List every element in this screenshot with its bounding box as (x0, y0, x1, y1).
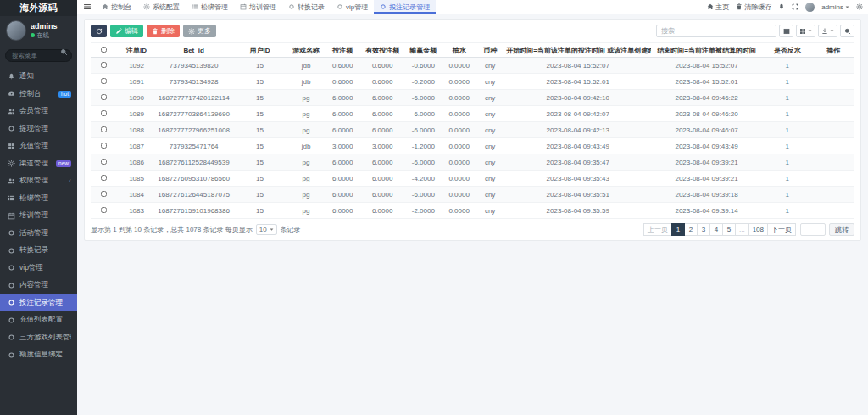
tab-6[interactable]: 投注记录管理 (374, 0, 436, 14)
page-button-1[interactable]: 1 (671, 223, 685, 236)
cell: 15 (232, 122, 288, 138)
row-checkbox[interactable] (101, 126, 107, 132)
cell: 0.0000 (442, 74, 476, 90)
next-page-button[interactable]: 下一页 (767, 223, 796, 236)
jump-page-input[interactable] (800, 223, 826, 236)
user-menu[interactable]: admins (821, 3, 849, 11)
sidebar-item-13[interactable]: 投注记录管理 (0, 294, 77, 312)
cell: 6.0000 (325, 187, 361, 203)
delete-button[interactable]: 删除 (147, 25, 180, 37)
row-checkbox[interactable] (101, 159, 107, 165)
bell-icon[interactable] (778, 3, 785, 10)
cell: 2023-08-04 09:46:20 (651, 106, 762, 122)
table-row-0: 1092737934513982015jdb0.60000.6000-0.600… (91, 58, 854, 74)
row-checkbox[interactable] (101, 191, 107, 197)
sidebar-item-3[interactable]: 提现管理 (0, 121, 77, 138)
sidebar-item-10[interactable]: 转换记录 (0, 242, 77, 260)
sidebar-item-8[interactable]: 培训管理 (0, 207, 77, 225)
sidebar-badge: hot (58, 91, 71, 98)
cell (812, 106, 854, 122)
search-icon (844, 28, 851, 35)
sidebar-item-label: 内容管理 (19, 280, 48, 290)
settings-gear-icon[interactable] (856, 3, 863, 10)
sidebar-item-label: 渠道管理 (19, 159, 48, 169)
fullscreen-icon[interactable] (792, 3, 798, 10)
cell: 6.0000 (361, 187, 403, 203)
cell: 15 (232, 203, 288, 219)
more-button[interactable]: 更多 (183, 25, 216, 37)
tab-label: 转换记录 (298, 3, 325, 12)
prev-page-button[interactable]: 上一页 (643, 223, 672, 236)
page-button-3[interactable]: 3 (697, 223, 710, 236)
cell: 1089 (118, 106, 156, 122)
sidebar-item-14[interactable]: 充值列表配置 (0, 311, 77, 329)
app-root: 海外源码 admins 在线 通知控制台hot会员管理提现管理充值管理渠道管理n… (0, 0, 868, 415)
page-button-4[interactable]: 4 (709, 223, 723, 236)
nav-tabs: 控制台系统配置松绑管理培训管理转换记录vip管理投注记录管理 (96, 0, 436, 14)
tab-0[interactable]: 控制台 (96, 0, 137, 14)
cell: 0.6000 (361, 58, 403, 74)
row-checkbox[interactable] (101, 143, 107, 149)
sidebar-item-4[interactable]: 充值管理 (0, 137, 77, 155)
row-checkbox[interactable] (101, 207, 107, 213)
row-checkbox-cell (91, 90, 118, 106)
cell: 2023-08-04 09:39:21 (651, 171, 762, 187)
columns-button[interactable] (796, 25, 815, 37)
page-size-select[interactable]: 10 (256, 224, 277, 235)
row-checkbox[interactable] (101, 175, 107, 181)
cell: cny (476, 187, 504, 203)
cell: 1 (762, 203, 812, 219)
cell (812, 203, 854, 219)
page-button-108[interactable]: 108 (748, 223, 768, 236)
advanced-search-button[interactable] (840, 25, 854, 37)
sidebar-item-2[interactable]: 会员管理 (0, 103, 77, 121)
home-link[interactable]: 主页 (707, 3, 729, 12)
tab-4[interactable]: 转换记录 (282, 0, 331, 14)
row-checkbox[interactable] (101, 78, 107, 84)
sidebar-item-16[interactable]: 额度信息绑定 (0, 346, 77, 364)
table-body: 1092737934513982015jdb0.60000.6000-0.600… (91, 58, 854, 219)
search-icon[interactable] (60, 48, 68, 56)
toggle-search-button[interactable] (779, 25, 793, 37)
tab-2[interactable]: 松绑管理 (186, 0, 234, 14)
tab-1[interactable]: 系统配置 (137, 0, 186, 14)
sidebar-item-7[interactable]: 松绑管理 (0, 190, 77, 208)
select-all-checkbox[interactable] (101, 47, 107, 53)
sidebar-item-1[interactable]: 控制台hot (0, 86, 77, 104)
row-checkbox[interactable] (101, 62, 107, 68)
sidebar-item-5[interactable]: 渠道管理new (0, 155, 77, 173)
gauge-icon (8, 90, 15, 98)
cell: cny (476, 90, 504, 106)
page-button-2[interactable]: 2 (684, 223, 698, 236)
page-button-5[interactable]: 5 (722, 223, 736, 236)
sidebar-item-label: 提现管理 (19, 124, 48, 134)
column-header: 注单ID (118, 43, 156, 58)
navbar-avatar[interactable] (805, 3, 815, 12)
columns-icon (799, 28, 806, 35)
export-button[interactable] (818, 25, 837, 37)
sidebar-item-11[interactable]: vip管理 (0, 260, 77, 278)
ring-icon (380, 3, 387, 10)
sidebar-item-15[interactable]: 三方游戏列表管理 (0, 329, 77, 347)
refresh-button[interactable] (91, 25, 107, 37)
sidebar-item-6[interactable]: 权限管理‹ (0, 172, 77, 190)
sidebar-item-12[interactable]: 内容管理 (0, 277, 77, 294)
page-button-...[interactable]: ... (735, 223, 749, 236)
ring-icon (8, 299, 15, 306)
tab-3[interactable]: 培训管理 (234, 0, 282, 14)
table-search-input[interactable] (656, 25, 776, 37)
sidebar-item-0[interactable]: 通知 (0, 68, 77, 86)
row-checkbox[interactable] (101, 110, 107, 116)
tab-5[interactable]: vip管理 (331, 0, 374, 14)
cell: 1090 (118, 90, 156, 106)
jump-button[interactable]: 跳转 (829, 223, 854, 236)
clear-cache-link[interactable]: 清除缓存 (736, 3, 771, 12)
row-checkbox[interactable] (101, 94, 107, 100)
cell: -0.6000 (403, 58, 442, 74)
avatar[interactable] (6, 20, 26, 41)
column-header: 用户ID (232, 43, 288, 58)
hamburger-icon[interactable] (83, 3, 92, 11)
sidebar-item-9[interactable]: 活动管理 (0, 225, 77, 243)
cell: 6.0000 (325, 171, 361, 187)
edit-button[interactable]: 编辑 (110, 25, 143, 37)
